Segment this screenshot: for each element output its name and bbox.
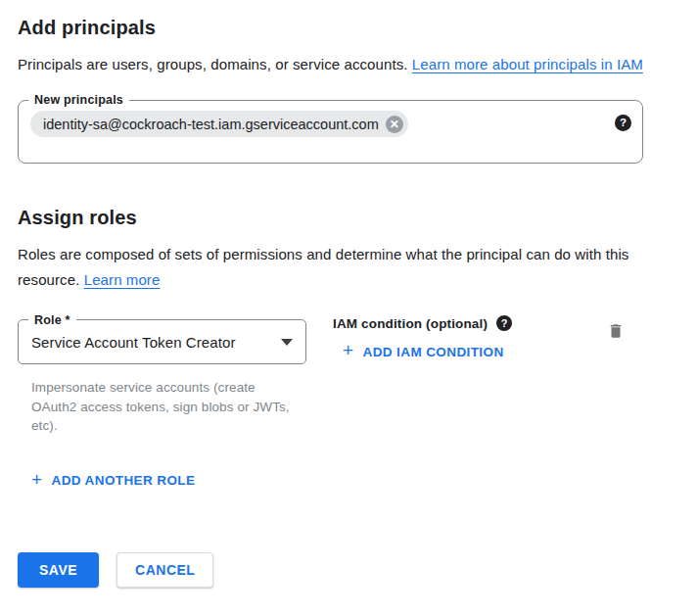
principal-chip-label: identity-sa@cockroach-test.iam.gservicea…	[43, 117, 379, 132]
principals-intro-text: Principals are users, groups, domains, o…	[18, 52, 656, 77]
learn-more-principals-link[interactable]: Learn more about principals in IAM	[412, 56, 643, 72]
add-iam-condition-label: ADD IAM CONDITION	[363, 345, 504, 359]
principals-intro-body: Principals are users, groups, domains, o…	[18, 56, 412, 72]
role-description: Impersonate service accounts (create OAu…	[31, 378, 294, 436]
delete-role-button[interactable]	[605, 319, 627, 346]
add-iam-condition-button[interactable]: + ADD IAM CONDITION	[335, 338, 512, 365]
assign-roles-description: Roles are composed of sets of permission…	[18, 242, 656, 293]
plus-icon: +	[31, 472, 43, 488]
iam-condition-label: IAM condition (optional)	[333, 316, 488, 331]
save-button[interactable]: SAVE	[18, 552, 99, 588]
role-selected-value: Service Account Token Creator	[31, 334, 236, 351]
plus-icon: +	[343, 343, 354, 358]
learn-more-roles-link[interactable]: Learn more	[84, 271, 161, 288]
new-principals-label: New principals	[28, 92, 129, 108]
iam-condition-column: IAM condition (optional) ? + ADD IAM CON…	[333, 319, 605, 365]
new-principals-field[interactable]: New principals identity-sa@cockroach-tes…	[18, 100, 643, 164]
chip-remove-icon[interactable]: ✕	[386, 116, 403, 133]
iam-condition-label-row: IAM condition (optional) ?	[333, 315, 605, 331]
dialog-actions: SAVE CANCEL	[18, 552, 680, 588]
role-select-label: Role *	[28, 312, 76, 328]
iam-condition-help-icon[interactable]: ?	[496, 315, 512, 331]
assign-roles-title: Assign roles	[18, 205, 680, 230]
page-title: Add principals	[18, 15, 680, 40]
role-assignment-row: Role * Service Account Token Creator Imp…	[18, 319, 680, 436]
principal-chip: identity-sa@cockroach-test.iam.gservicea…	[30, 111, 408, 137]
role-column: Role * Service Account Token Creator Imp…	[18, 319, 333, 436]
add-another-role-button[interactable]: + ADD ANOTHER ROLE	[23, 467, 203, 495]
trash-icon	[607, 321, 625, 341]
role-select[interactable]: Role * Service Account Token Creator	[18, 319, 306, 364]
cancel-button[interactable]: CANCEL	[116, 552, 213, 588]
new-principals-help-icon[interactable]: ?	[615, 115, 631, 131]
add-principals-panel: Add principals Principals are users, gro…	[0, 0, 698, 588]
add-another-role-label: ADD ANOTHER ROLE	[52, 473, 196, 488]
chevron-down-icon	[281, 339, 293, 346]
